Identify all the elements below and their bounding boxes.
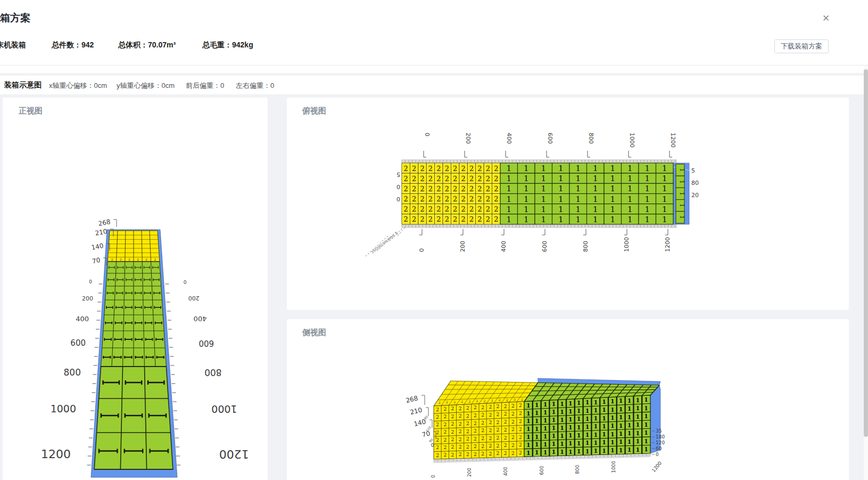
svg-text:2: 2 xyxy=(443,406,447,412)
svg-text:1: 1 xyxy=(575,215,581,224)
svg-text:2: 2 xyxy=(412,185,416,193)
svg-text:2: 2 xyxy=(461,185,465,193)
svg-text:2: 2 xyxy=(436,422,439,427)
svg-text:2: 2 xyxy=(494,215,498,223)
svg-text:2: 2 xyxy=(436,165,441,173)
svg-text:2: 2 xyxy=(504,404,507,409)
svg-text:1: 1 xyxy=(524,164,529,173)
svg-text:1: 1 xyxy=(568,416,573,423)
svg-text:1: 1 xyxy=(577,416,581,422)
svg-text:2: 2 xyxy=(481,405,484,410)
svg-text:1: 1 xyxy=(635,430,640,437)
scrollbar-thumb[interactable] xyxy=(864,69,868,437)
svg-text:2: 2 xyxy=(428,205,433,213)
svg-text:1: 1 xyxy=(506,184,511,193)
svg-text:2: 2 xyxy=(474,413,477,418)
svg-text:1: 1 xyxy=(593,194,598,204)
svg-text:1: 1 xyxy=(635,438,640,445)
svg-text:1: 1 xyxy=(543,409,548,416)
svg-text:2: 2 xyxy=(486,175,490,183)
svg-text:2: 2 xyxy=(428,195,433,203)
svg-text:2: 2 xyxy=(504,419,507,425)
svg-text:1: 1 xyxy=(593,432,598,438)
svg-text:2: 2 xyxy=(481,412,484,418)
svg-text:2: 2 xyxy=(494,205,498,213)
svg-text:800: 800 xyxy=(204,367,221,378)
svg-text:2: 2 xyxy=(436,407,439,412)
svg-text:2: 2 xyxy=(436,430,439,435)
svg-text:180: 180 xyxy=(656,434,665,440)
side-view-plot: 2222222222222222222222222222222222222222… xyxy=(287,319,849,480)
svg-text:2: 2 xyxy=(474,444,477,449)
svg-text:1: 1 xyxy=(568,424,573,431)
svg-text:1: 1 xyxy=(610,215,615,224)
x-axis-offset: x轴重心偏移：0cm xyxy=(49,81,107,91)
svg-text:2: 2 xyxy=(443,445,447,450)
download-plan-button[interactable]: 下载装箱方案 xyxy=(774,39,829,53)
svg-text:2: 2 xyxy=(412,175,416,183)
svg-text:2: 2 xyxy=(494,195,498,203)
svg-text:2: 2 xyxy=(436,414,439,420)
svg-text:1000: 1000 xyxy=(623,237,630,252)
svg-text:2: 2 xyxy=(504,451,507,456)
svg-text:268: 268 xyxy=(405,394,418,404)
svg-text:2: 2 xyxy=(459,444,462,450)
svg-text:2: 2 xyxy=(445,165,449,173)
svg-text:1: 1 xyxy=(575,174,581,183)
svg-text:2: 2 xyxy=(489,404,492,410)
svg-text:1: 1 xyxy=(635,421,640,428)
svg-text:1: 1 xyxy=(543,401,548,408)
svg-text:1: 1 xyxy=(577,424,581,431)
svg-text:2: 2 xyxy=(436,195,441,203)
svg-text:1: 1 xyxy=(560,425,564,432)
svg-text:1: 1 xyxy=(593,205,598,214)
svg-text:1: 1 xyxy=(568,408,573,415)
svg-text:2: 2 xyxy=(404,205,408,213)
svg-text:2: 2 xyxy=(436,205,441,213)
svg-text:2: 2 xyxy=(497,435,500,441)
svg-text:2: 2 xyxy=(436,445,439,450)
svg-text:1: 1 xyxy=(541,174,546,183)
svg-text:2: 2 xyxy=(504,427,507,433)
svg-text:2: 2 xyxy=(451,414,454,419)
svg-text:1: 1 xyxy=(627,194,633,204)
svg-text:1: 1 xyxy=(541,194,546,204)
svg-text:1: 1 xyxy=(543,425,548,432)
svg-text:1: 1 xyxy=(585,416,590,422)
summary-row: 末机装箱 总件数：942 总体积：70.07m³ 总毛重：942kg xyxy=(0,40,26,52)
svg-text:2: 2 xyxy=(412,205,416,213)
svg-text:1: 1 xyxy=(644,396,648,403)
svg-text:2: 2 xyxy=(489,436,492,441)
svg-text:1: 1 xyxy=(575,164,581,173)
svg-text:2: 2 xyxy=(154,257,156,261)
svg-text:1: 1 xyxy=(524,184,529,193)
svg-text:2: 2 xyxy=(466,413,469,419)
svg-text:1: 1 xyxy=(577,408,581,414)
svg-text:1: 1 xyxy=(506,215,511,224)
svg-text:1: 1 xyxy=(524,174,529,183)
svg-text:2: 2 xyxy=(428,165,433,173)
svg-text:2: 2 xyxy=(128,257,130,261)
svg-text:2: 2 xyxy=(477,165,482,173)
svg-text:2: 2 xyxy=(489,451,492,457)
svg-text:1: 1 xyxy=(644,405,648,412)
svg-text:2: 2 xyxy=(474,405,477,410)
svg-text:2: 2 xyxy=(489,420,492,425)
svg-text:2: 2 xyxy=(443,414,447,419)
svg-text:800: 800 xyxy=(575,465,580,474)
svg-text:2: 2 xyxy=(461,205,465,213)
top-view-plot: 2222222222222222222222222222222222222222… xyxy=(287,97,849,310)
close-icon[interactable]: ✕ xyxy=(820,13,832,25)
svg-text:1: 1 xyxy=(593,399,598,406)
svg-text:140: 140 xyxy=(91,242,104,251)
svg-text:2: 2 xyxy=(428,175,433,183)
svg-text:2: 2 xyxy=(494,175,498,183)
svg-text:0: 0 xyxy=(396,183,400,190)
svg-text:1: 1 xyxy=(558,215,564,224)
svg-text:400: 400 xyxy=(503,467,508,476)
svg-text:2: 2 xyxy=(404,195,408,203)
svg-text:1: 1 xyxy=(644,215,650,224)
svg-text:1: 1 xyxy=(602,406,606,413)
svg-text:1: 1 xyxy=(610,439,615,446)
svg-text:1: 1 xyxy=(585,399,590,406)
